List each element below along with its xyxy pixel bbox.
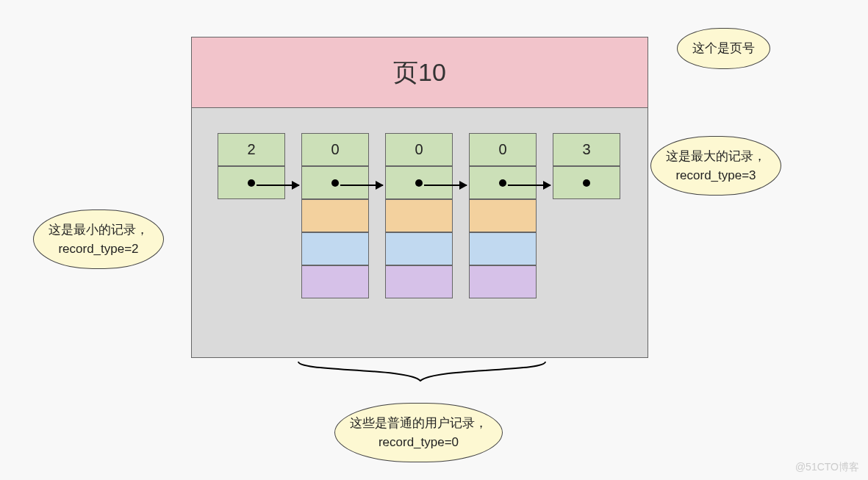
record-ptr-cell	[469, 166, 537, 199]
link-arrow-icon	[257, 185, 299, 186]
callout-page-number: 这个是页号	[677, 28, 770, 69]
callout-min-record: 这是最小的记录，record_type=2	[33, 209, 164, 269]
record-ptr-cell	[218, 166, 285, 199]
pointer-dot-icon	[415, 179, 423, 187]
record-data-cell	[385, 199, 453, 232]
callout-text: 这些是普通的用户记录，record_type=0	[350, 416, 487, 449]
record-type-cell: 0	[469, 133, 537, 166]
record-data-cell	[301, 199, 369, 232]
pointer-dot-icon	[499, 179, 506, 187]
page-title: 页10	[393, 56, 446, 90]
link-arrow-icon	[424, 185, 467, 186]
pointer-dot-icon	[583, 179, 590, 187]
record-ptr-cell	[385, 166, 453, 199]
record-user: 0	[301, 133, 369, 298]
record-data-cell	[301, 265, 369, 298]
callout-user-records: 这些是普通的用户记录，record_type=0	[334, 403, 503, 462]
page-box: 页10 2 0 0 0	[191, 37, 648, 358]
curly-brace-icon	[297, 360, 547, 384]
pointer-dot-icon	[331, 179, 339, 187]
link-arrow-icon	[340, 185, 383, 186]
record-ptr-cell	[301, 166, 369, 199]
link-arrow-icon	[508, 185, 550, 186]
record-min: 2	[218, 133, 285, 298]
watermark-text: @51CTO博客	[795, 461, 859, 473]
record-data-cell	[469, 265, 537, 298]
record-user: 0	[385, 133, 453, 298]
callout-text: 这是最大的记录，record_type=3	[666, 149, 766, 182]
record-type-cell: 0	[301, 133, 369, 166]
record-type-cell: 0	[385, 133, 453, 166]
record-type-cell: 3	[553, 133, 620, 166]
pointer-dot-icon	[248, 179, 255, 187]
records-row: 2 0 0 0 3	[218, 133, 620, 298]
record-ptr-cell	[553, 166, 620, 199]
record-data-cell	[385, 232, 453, 265]
page-header: 页10	[192, 37, 648, 108]
callout-text: 这个是页号	[692, 41, 755, 55]
callout-text: 这是最小的记录，record_type=2	[49, 223, 148, 256]
record-data-cell	[469, 199, 537, 232]
callout-max-record: 这是最大的记录，record_type=3	[650, 136, 781, 196]
record-data-cell	[469, 232, 537, 265]
record-data-cell	[385, 265, 453, 298]
record-type-cell: 2	[218, 133, 285, 166]
watermark: @51CTO博客	[795, 461, 859, 474]
record-max: 3	[553, 133, 620, 298]
record-data-cell	[301, 232, 369, 265]
record-user: 0	[469, 133, 537, 298]
